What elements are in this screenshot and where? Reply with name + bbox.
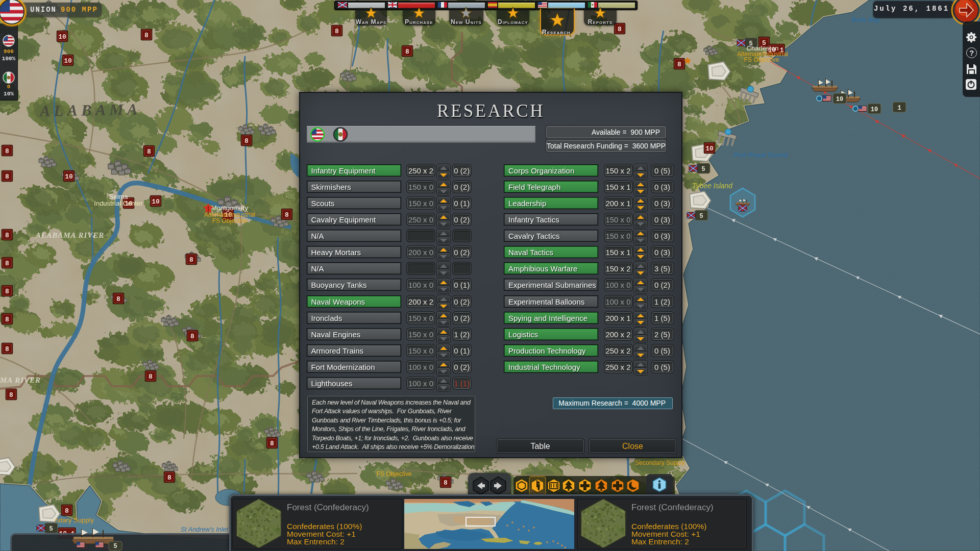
svg-text:8: 8 bbox=[116, 295, 120, 303]
svg-text:8: 8 bbox=[5, 232, 9, 239]
svg-text:8: 8 bbox=[65, 507, 69, 515]
svg-text:8: 8 bbox=[189, 256, 193, 264]
svg-text:St Andrew's Inlet: St Andrew's Inlet bbox=[181, 526, 228, 533]
svg-text:FS Objective: FS Objective bbox=[377, 470, 412, 478]
svg-text:8: 8 bbox=[335, 28, 339, 35]
svg-text:ndary Supply: ndary Supply bbox=[55, 516, 94, 524]
svg-text:10: 10 bbox=[836, 96, 843, 103]
svg-text:MA RIVER: MA RIVER bbox=[0, 376, 41, 384]
svg-text:10: 10 bbox=[871, 106, 878, 113]
svg-text:8: 8 bbox=[405, 48, 409, 56]
svg-text:8: 8 bbox=[285, 211, 289, 219]
svg-text:10: 10 bbox=[65, 173, 73, 181]
svg-text:8: 8 bbox=[167, 474, 172, 482]
svg-text:8: 8 bbox=[5, 147, 9, 155]
svg-text:10: 10 bbox=[58, 33, 66, 41]
svg-text:5: 5 bbox=[701, 166, 705, 173]
svg-text:8: 8 bbox=[9, 391, 13, 399]
svg-text:Secondary Supply: Secondary Supply bbox=[635, 459, 684, 466]
svg-text:5: 5 bbox=[49, 525, 53, 533]
svg-text:FS Objective: FS Objective bbox=[212, 217, 248, 224]
svg-text:8: 8 bbox=[147, 148, 151, 156]
svg-text:10: 10 bbox=[64, 57, 72, 65]
svg-text:8: 8 bbox=[5, 288, 9, 295]
svg-text:8: 8 bbox=[149, 373, 153, 381]
svg-text:8: 8 bbox=[244, 137, 249, 145]
svg-text:FS Objective: FS Objective bbox=[744, 56, 779, 63]
svg-text:8: 8 bbox=[5, 316, 9, 323]
svg-text:Tybee Island: Tybee Island bbox=[692, 182, 733, 190]
svg-text:8: 8 bbox=[5, 345, 9, 353]
svg-text:1: 1 bbox=[897, 105, 901, 112]
svg-text:Port Royal Sound: Port Royal Sound bbox=[733, 151, 788, 159]
svg-text:5: 5 bbox=[699, 213, 703, 220]
svg-text:8: 8 bbox=[444, 479, 448, 487]
svg-text:8: 8 bbox=[144, 32, 149, 39]
svg-text:Montgomery: Montgomery bbox=[211, 204, 249, 212]
svg-text:8: 8 bbox=[190, 333, 194, 340]
svg-text:5: 5 bbox=[113, 543, 117, 550]
svg-text:10: 10 bbox=[705, 145, 714, 153]
svg-text:8: 8 bbox=[270, 440, 274, 447]
svg-text:8: 8 bbox=[677, 61, 681, 68]
svg-text:ALABAMA: ALABAMA bbox=[38, 100, 141, 120]
svg-text:ALABAMA RIVER: ALABAMA RIVER bbox=[35, 231, 104, 239]
svg-text:8: 8 bbox=[618, 26, 622, 33]
svg-text:Industrial Center: Industrial Center bbox=[94, 199, 143, 207]
svg-text:10: 10 bbox=[152, 198, 160, 206]
svg-text:8: 8 bbox=[5, 260, 9, 267]
svg-text:8: 8 bbox=[5, 173, 9, 181]
